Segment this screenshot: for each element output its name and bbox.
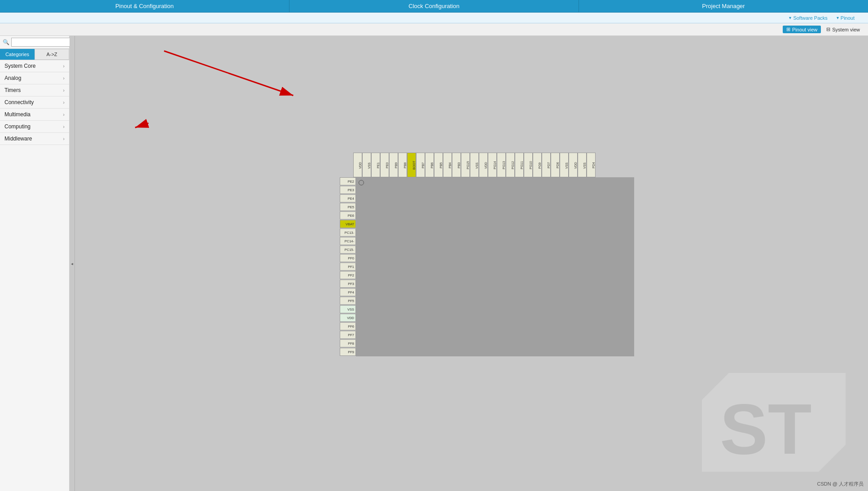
view-bar: ⊞ Pinout view ⊟ System view bbox=[0, 23, 868, 36]
sub-nav-pinout[interactable]: ▾ Pinout bbox=[837, 15, 855, 21]
pin-left-PE2[interactable]: PE2 bbox=[340, 177, 356, 185]
tab-pinout-config[interactable]: Pinout & Configuration bbox=[0, 0, 289, 12]
sidebar-item-analog[interactable]: Analog › bbox=[0, 72, 69, 84]
pin-left-PC13_[interactable]: PC13- bbox=[340, 228, 356, 237]
chip-body-row: PE2PE3PE4PE5PE6VBATPC13-PC14-PC15-PF0PF1… bbox=[340, 177, 634, 356]
pin-left-PF9[interactable]: PF9 bbox=[340, 348, 356, 356]
tab-categories[interactable]: Categories bbox=[0, 49, 35, 60]
pin-top-BOOT[interactable]: BOOT bbox=[407, 153, 416, 177]
pin-left-PE3[interactable]: PE3 bbox=[340, 186, 356, 194]
pin-top-VDD[interactable]: VDD bbox=[569, 153, 578, 177]
pin-left-PF6[interactable]: PF6 bbox=[340, 322, 356, 330]
pin-left-PF5[interactable]: PF5 bbox=[340, 297, 356, 305]
pin-top-PG11[interactable]: PG11 bbox=[515, 153, 524, 177]
pin-left-PE5[interactable]: PE5 bbox=[340, 203, 356, 211]
chevron-right-icon: › bbox=[63, 100, 65, 105]
chevron-right-icon: › bbox=[63, 124, 65, 129]
chevron-right-icon: › bbox=[63, 88, 65, 93]
svg-line-4 bbox=[135, 123, 149, 127]
sidebar-item-computing[interactable]: Computing › bbox=[0, 121, 69, 133]
main-layout: 🔍 ⚙ Categories A->Z System Core › Analog… bbox=[0, 36, 868, 491]
content-area: VDDVSSPE1PE0PB9PB8BOOTPB7PB6PB5PB4PB3PG1… bbox=[75, 36, 868, 491]
pin-top-PD7[interactable]: PD7 bbox=[542, 153, 551, 177]
pin-left-VSS[interactable]: VSS bbox=[340, 305, 356, 313]
pin-top-VSS[interactable]: VSS bbox=[578, 153, 587, 177]
pin-top-PB9[interactable]: PB9 bbox=[389, 153, 398, 177]
pin-left-PF2[interactable]: PF2 bbox=[340, 271, 356, 279]
svg-line-3 bbox=[164, 51, 294, 95]
tab-az[interactable]: A->Z bbox=[35, 49, 69, 60]
pin-left-VDD[interactable]: VDD bbox=[340, 314, 356, 322]
chip-container: VDDVSSPE1PE0PB9PB8BOOTPB7PB6PB5PB4PB3PG1… bbox=[340, 153, 634, 356]
pin-left-PC15_[interactable]: PC15- bbox=[340, 246, 356, 254]
pinout-view-button[interactable]: ⊞ Pinout view bbox=[783, 26, 821, 33]
tab-project-manager[interactable]: Project Manager bbox=[579, 0, 868, 12]
system-icon: ⊟ bbox=[826, 26, 830, 32]
pin-left-PE6[interactable]: PE6 bbox=[340, 211, 356, 219]
sidebar: 🔍 ⚙ Categories A->Z System Core › Analog… bbox=[0, 36, 70, 491]
collapse-handle[interactable]: ◂ bbox=[70, 36, 75, 491]
pin-top-PB3[interactable]: PB3 bbox=[452, 153, 461, 177]
pin-top-PG15[interactable]: PG15 bbox=[461, 153, 470, 177]
watermark-text: CSDN @ 人才程序员 bbox=[817, 481, 864, 487]
pin-top-PG9[interactable]: PG9 bbox=[533, 153, 542, 177]
top-pins-row: VDDVSSPE1PE0PB9PB8BOOTPB7PB6PB5PB4PB3PG1… bbox=[353, 153, 634, 177]
pin-top-PE1[interactable]: PE1 bbox=[371, 153, 380, 177]
pin-left-PF0[interactable]: PF0 bbox=[340, 254, 356, 262]
pin-left-PF7[interactable]: PF7 bbox=[340, 331, 356, 339]
pin-top-PB6[interactable]: PB6 bbox=[425, 153, 434, 177]
sub-nav: ▾ Software Packs ▾ Pinout bbox=[0, 13, 868, 23]
chevron-right-icon: › bbox=[63, 136, 65, 141]
sidebar-item-multimedia[interactable]: Multimedia › bbox=[0, 109, 69, 121]
sidebar-menu: System Core › Analog › Timers › Connecti… bbox=[0, 60, 69, 491]
pin-top-PD6[interactable]: PD6 bbox=[551, 153, 560, 177]
chevron-right-icon: › bbox=[63, 63, 65, 69]
sidebar-item-system-core[interactable]: System Core › bbox=[0, 60, 69, 72]
pin-top-PD4[interactable]: PD4 bbox=[587, 153, 596, 177]
pin-top-PB5[interactable]: PB5 bbox=[434, 153, 443, 177]
pin-left-PF8[interactable]: PF8 bbox=[340, 339, 356, 347]
pin-left-PE4[interactable]: PE4 bbox=[340, 194, 356, 202]
sidebar-item-timers[interactable]: Timers › bbox=[0, 84, 69, 96]
pin-left-VBAT[interactable]: VBAT bbox=[340, 220, 356, 228]
pin-top-PB7[interactable]: PB7 bbox=[416, 153, 425, 177]
pin-left-PF4[interactable]: PF4 bbox=[340, 288, 356, 296]
pin-top-PG14[interactable]: PG14 bbox=[488, 153, 497, 177]
pinout-icon: ⊞ bbox=[786, 26, 790, 32]
sub-nav-software-packs[interactable]: ▾ Software Packs bbox=[789, 15, 827, 21]
pin-top-PG13[interactable]: PG13 bbox=[497, 153, 506, 177]
system-view-button[interactable]: ⊟ System view bbox=[823, 26, 864, 33]
chevron-right-icon: › bbox=[63, 112, 65, 117]
pin-top-VDD[interactable]: VDD bbox=[353, 153, 362, 177]
left-pins-column: PE2PE3PE4PE5PE6VBATPC13-PC14-PC15-PF0PF1… bbox=[340, 177, 356, 356]
sidebar-item-middleware[interactable]: Middleware › bbox=[0, 133, 69, 145]
st-logo: ST bbox=[702, 373, 846, 473]
pin-left-PF1[interactable]: PF1 bbox=[340, 263, 356, 271]
pin-top-VSS[interactable]: VSS bbox=[470, 153, 479, 177]
search-bar: 🔍 ⚙ bbox=[0, 36, 69, 49]
ic-body bbox=[356, 177, 634, 356]
pin-top-VSS[interactable]: VSS bbox=[362, 153, 371, 177]
pin-left-PC14_[interactable]: PC14- bbox=[340, 237, 356, 245]
tab-clock-config[interactable]: Clock Configuration bbox=[289, 0, 579, 12]
sidebar-item-connectivity[interactable]: Connectivity › bbox=[0, 96, 69, 109]
sidebar-tab-bar: Categories A->Z bbox=[0, 49, 69, 60]
search-input[interactable] bbox=[11, 38, 78, 47]
pin-top-PG12[interactable]: PG12 bbox=[506, 153, 515, 177]
pin-top-PB4[interactable]: PB4 bbox=[443, 153, 452, 177]
svg-text:ST: ST bbox=[720, 389, 811, 469]
pin-top-PE0[interactable]: PE0 bbox=[380, 153, 389, 177]
pin-top-VDD[interactable]: VDD bbox=[479, 153, 488, 177]
circle-indicator bbox=[359, 180, 364, 185]
chevron-down-icon: ▾ bbox=[789, 15, 791, 20]
pin-top-PG10[interactable]: PG10 bbox=[524, 153, 533, 177]
top-nav: Pinout & Configuration Clock Configurati… bbox=[0, 0, 868, 13]
pin-top-VSS[interactable]: VSS bbox=[560, 153, 569, 177]
search-icon[interactable]: 🔍 bbox=[3, 39, 9, 45]
chevron-right-icon: › bbox=[63, 75, 65, 81]
chevron-down-icon: ▾ bbox=[837, 15, 839, 20]
pin-top-PB8[interactable]: PB8 bbox=[398, 153, 407, 177]
pin-left-PF3[interactable]: PF3 bbox=[340, 280, 356, 288]
